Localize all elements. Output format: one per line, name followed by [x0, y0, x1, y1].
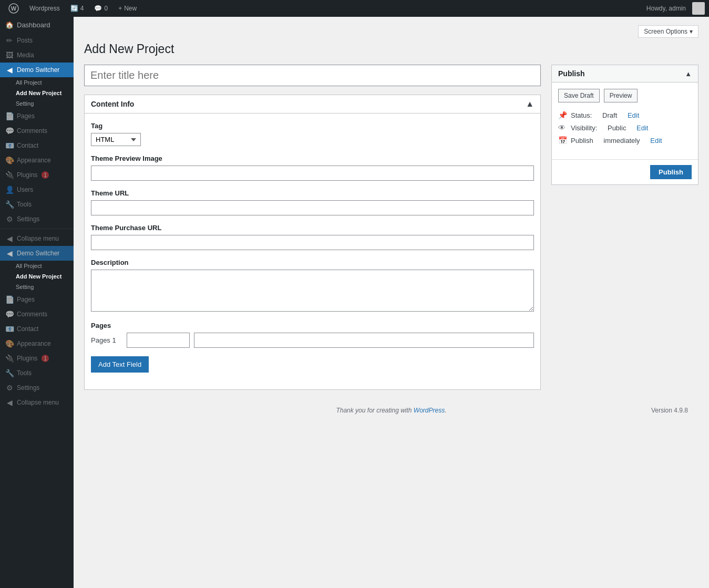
- publish-footer: Publish: [552, 159, 698, 184]
- contact-icon: 📧: [5, 141, 14, 150]
- tag-select[interactable]: HTML CSS JavaScript PHP: [91, 133, 141, 146]
- contact2-icon: 📧: [5, 325, 14, 333]
- post-title-input[interactable]: [84, 65, 541, 86]
- sidebar-subitem-add-new-project2[interactable]: Add New Project: [0, 271, 74, 282]
- publish-button[interactable]: Publish: [650, 165, 692, 179]
- tools-icon: 🔧: [5, 200, 14, 209]
- screen-options-button[interactable]: Screen Options ▾: [638, 25, 698, 38]
- sidebar-item-demo-switcher[interactable]: ◀ Demo Switcher: [0, 63, 74, 77]
- posts-icon: ✏: [5, 36, 14, 45]
- plugins2-icon: 🔌: [5, 354, 14, 363]
- menu-divider: [0, 229, 74, 229]
- status-edit-link[interactable]: Edit: [628, 111, 639, 119]
- tag-label: Tag: [91, 122, 534, 130]
- publish-meta: 📌 Status: Draft Edit 👁 Visibility:: [558, 109, 692, 147]
- sidebar-item-appearance[interactable]: 🎨 Appearance: [0, 153, 74, 168]
- pages-row: Pages 1: [91, 333, 534, 348]
- sidebar-item-plugins[interactable]: 🔌 Plugins 1: [0, 168, 74, 182]
- users-icon: 👤: [5, 185, 14, 194]
- sidebar-item-users[interactable]: 👤 Users: [0, 182, 74, 197]
- settings-icon: ⚙: [5, 215, 14, 223]
- plugins-badge: 1: [42, 171, 49, 179]
- pages-1-input-left[interactable]: [127, 333, 190, 348]
- publish-time-edit-link[interactable]: Edit: [650, 137, 662, 145]
- appearance2-icon: 🎨: [5, 339, 14, 348]
- demo-switcher-icon: ◀: [5, 66, 14, 74]
- content-info-metabox-header[interactable]: Content Info ▲: [85, 95, 540, 114]
- sidebar: 🏠 Dashboard ✏ Posts 🖼 Media ◀ Demo Switc…: [0, 17, 74, 588]
- publish-collapse-icon: ▲: [685, 70, 692, 78]
- add-text-field-button[interactable]: Add Text Field: [91, 356, 149, 373]
- pages-section-label: Pages: [91, 322, 534, 329]
- sidebar-item-tools2[interactable]: 🔧 Tools: [0, 366, 74, 380]
- theme-preview-image-group: Theme Preview Image: [91, 154, 534, 181]
- demo-switcher2-icon: ◀: [5, 249, 14, 257]
- visibility-value: Public: [608, 124, 626, 132]
- comments-icon: 💬: [5, 127, 14, 135]
- adminbar-site-name[interactable]: Wordpress: [25, 0, 64, 17]
- collapse2-icon: ◀: [5, 398, 14, 407]
- sidebar-item-plugins2[interactable]: 🔌 Plugins 1: [0, 351, 74, 366]
- publish-metabox-header[interactable]: Publish ▲: [552, 65, 698, 82]
- theme-purchase-url-label: Theme Purchase URL: [91, 224, 534, 232]
- description-label: Description: [91, 259, 534, 266]
- sidebar-item-collapse[interactable]: ◀ Collapse menu: [0, 231, 74, 246]
- sidebar-item-demo-switcher2[interactable]: ◀ Demo Switcher: [0, 246, 74, 261]
- sidebar-item-comments[interactable]: 💬 Comments: [0, 123, 74, 138]
- adminbar-wp-logo[interactable]: W: [4, 0, 23, 17]
- publish-box: Publish ▲ Save Draft Preview 📌 Status:: [551, 65, 698, 185]
- sidebar-item-collapse2[interactable]: ◀ Collapse menu: [0, 395, 74, 410]
- publish-actions: Save Draft Preview: [558, 89, 692, 102]
- adminbar-user: Howdy, admin: [642, 2, 705, 15]
- content-info-toggle-icon: ▲: [526, 99, 534, 109]
- sidebar-subitem-setting2[interactable]: Setting: [0, 282, 74, 292]
- sidebar-item-media[interactable]: 🖼 Media: [0, 48, 74, 63]
- sidebar-item-settings[interactable]: ⚙ Settings: [0, 212, 74, 226]
- sidebar-item-pages[interactable]: 📄 Pages: [0, 109, 74, 123]
- main-content: Screen Options ▾ Add New Project Content…: [74, 17, 709, 588]
- dashboard-icon: 🏠: [5, 21, 14, 29]
- sidebar-item-pages2[interactable]: 📄 Pages: [0, 292, 74, 307]
- wordpress-link[interactable]: WordPress: [414, 407, 445, 414]
- pages-1-input-right[interactable]: [194, 333, 534, 348]
- content-info-metabox: Content Info ▲ Tag HTML CSS JavaScript P…: [84, 95, 541, 390]
- sidebar-item-tools[interactable]: 🔧 Tools: [0, 197, 74, 212]
- theme-preview-image-input[interactable]: [91, 166, 534, 181]
- sidebar-item-settings2[interactable]: ⚙ Settings: [0, 380, 74, 395]
- content-info-title: Content Info: [91, 100, 134, 108]
- sidebar-item-dashboard[interactable]: 🏠 Dashboard: [0, 17, 74, 33]
- pages-1-label: Pages 1: [91, 336, 122, 344]
- sidebar-item-contact2[interactable]: 📧 Contact: [0, 322, 74, 336]
- pages-icon: 📄: [5, 112, 14, 120]
- media-icon: 🖼: [5, 51, 14, 59]
- publish-metabox: Publish ▲ Save Draft Preview 📌 Status:: [551, 65, 698, 185]
- sidebar-subitem-all-project[interactable]: All Project: [0, 77, 74, 88]
- adminbar-comments[interactable]: 💬 0: [90, 0, 112, 17]
- publish-title: Publish: [558, 69, 585, 78]
- publish-time-row: 📅 Publish immediately Edit: [558, 134, 692, 147]
- footer-text: Thank you for creating with WordPress.: [84, 400, 698, 420]
- visibility-label: Visibility:: [571, 124, 597, 132]
- status-label: Status:: [571, 111, 592, 119]
- sidebar-item-comments2[interactable]: 💬 Comments: [0, 307, 74, 322]
- sidebar-subitem-setting[interactable]: Setting: [0, 98, 74, 109]
- sidebar-subitem-all-project2[interactable]: All Project: [0, 261, 74, 271]
- sidebar-item-appearance2[interactable]: 🎨 Appearance: [0, 336, 74, 351]
- status-icon: 📌: [558, 111, 567, 119]
- adminbar-new[interactable]: + New: [114, 0, 141, 17]
- visibility-icon: 👁: [558, 123, 567, 132]
- save-draft-button[interactable]: Save Draft: [558, 89, 600, 102]
- preview-button[interactable]: Preview: [604, 89, 638, 102]
- screen-options-bar: Screen Options ▾: [84, 25, 698, 38]
- publish-time-icon: 📅: [558, 136, 567, 145]
- sidebar-subitem-add-new-project[interactable]: Add New Project: [0, 88, 74, 98]
- sidebar-item-contact[interactable]: 📧 Contact: [0, 138, 74, 153]
- adminbar-updates[interactable]: 🔄 4: [66, 0, 88, 17]
- theme-url-input[interactable]: [91, 200, 534, 215]
- tools2-icon: 🔧: [5, 369, 14, 377]
- description-textarea[interactable]: [91, 270, 534, 312]
- sidebar-item-posts[interactable]: ✏ Posts: [0, 33, 74, 48]
- visibility-edit-link[interactable]: Edit: [636, 124, 648, 132]
- theme-purchase-url-input[interactable]: [91, 235, 534, 250]
- pages-group: Pages Pages 1 Add Text Field: [91, 322, 534, 373]
